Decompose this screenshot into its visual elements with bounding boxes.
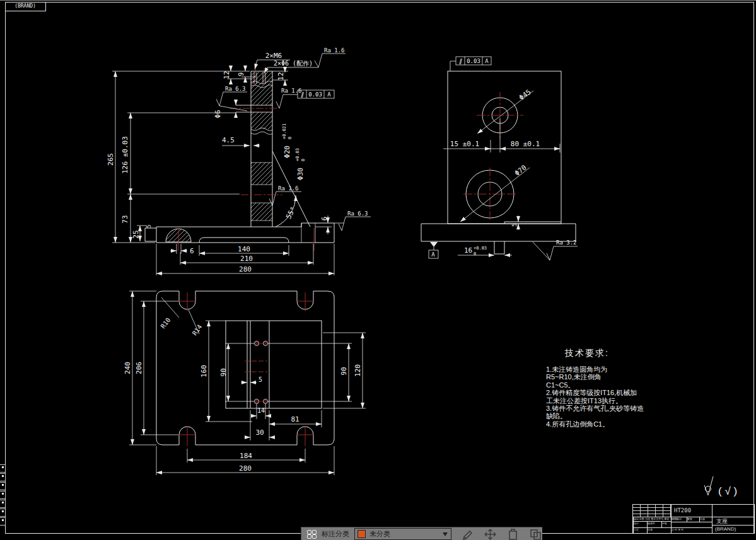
copy-icon[interactable] [507,529,519,540]
left-toolbar-icon[interactable] [0,464,6,473]
dim: 81 [291,415,299,423]
left-toolbar-icon[interactable] [0,500,6,508]
drawing-number-cell: (BRAND) [712,525,754,533]
dim-tol-upper: +0.03 [474,246,487,251]
category-dropdown-value: 未分类 [369,529,390,539]
dim: 55° [284,205,298,221]
dim: 280 [239,265,252,273]
left-toolbar-icon[interactable] [0,517,6,526]
dim: Φ30 [296,168,305,180]
tech-req-line: 缺陷。 [546,412,666,420]
dim: 126 ±0.03 [121,136,129,174]
left-toolbar-icon[interactable] [0,491,6,499]
dim-tol-lower: 0 [301,159,306,161]
technical-requirements: 技术要求: 1.未注铸造圆角均为 R5~R10,未注倒角 C1~C5。 2.铸件… [546,348,666,428]
surface-rest-symbol [704,476,713,495]
ra-label: Ra 6.3 [347,210,368,217]
side-view-linework [421,71,576,254]
stage-label: 阶段标记 [671,517,687,522]
dim: 30 [255,428,264,437]
tech-req-title: 技术要求: [565,348,666,359]
surface-rest-note: ( √ ) [718,485,737,497]
annotation-toolbar: 标注分类 未分类 [301,527,542,540]
window-top-edge [0,0,756,1]
paste-icon[interactable] [530,529,542,540]
thread-note: 2×M6 [265,52,282,60]
front-view-linework [145,71,334,243]
dim: 80 ±0.1 [511,140,540,148]
revision-grid [633,505,671,517]
stage-cells [671,522,712,527]
ra-label: Ra 6.3 [225,86,246,92]
drawing-frame-left [5,2,6,533]
tech-req-line: 2.铸件精度等级按IT16,机械加 [546,389,666,396]
tech-req-line: R5~R10,未注倒角 [546,373,666,381]
dim: 160 [200,365,208,377]
tech-req-line: 工未注公差按IT13执行。 [546,397,666,405]
ra-label: Ra 1.6 [324,47,345,54]
category-dropdown[interactable]: 未分类 [354,528,451,540]
ra-label: Ra 1.6 [278,185,299,192]
standardize-label: 标准化 [647,521,661,527]
process-label: 工艺 [633,527,647,533]
tol-datum: A [485,58,489,64]
dim: Φ70 [513,163,528,177]
dim: 15 ±0.1 [450,140,479,148]
sheet-label: 共 张 第 张 [671,527,712,533]
tech-req-line: 3.铸件不允许有气孔,夹砂等铸造 [546,405,666,412]
weight-label: 重量 [687,517,699,522]
dim: 6 [190,247,194,255]
check-label: 审核 [661,521,671,527]
front-view-centerlines [178,68,314,251]
dim-tol-upper: +0.03 [295,148,300,161]
tech-req-line: 1.未注铸造圆角均为 [546,365,666,373]
dim: 5 [146,224,152,227]
dim: 12 [277,72,285,80]
dim: 6 [320,217,329,221]
dim: 14 [257,407,265,414]
tol-value: 0.03 [308,91,322,98]
left-toolbar-icon[interactable] [0,482,6,490]
dimension-texts: 2×M6 2×Φ6 (配作) Ra 1.6 Ra 6.3 Ra 1.6 ∥ 0.… [107,47,737,497]
ra-label: Ra 3.2 [556,239,577,246]
category-label: 标注分类 [322,529,349,539]
dim: Φ20 [283,146,291,158]
dim: 5 [259,376,262,383]
scale-label: 比例 [699,517,712,522]
left-toolbar-icon[interactable] [0,473,6,481]
part-name-cell: 支座 [712,517,754,525]
move-icon[interactable] [484,529,496,540]
drawing-canvas[interactable]: 2×M6 2×Φ6 (配作) Ra 1.6 Ra 6.3 Ra 1.6 ∥ 0.… [0,0,756,540]
design-label: 设计 [633,521,647,527]
category-grid-icon[interactable] [307,530,317,538]
chevron-down-icon[interactable] [443,532,448,536]
category-color-swatch [358,530,366,538]
dim: 25 [132,230,140,238]
drawing-frame-right [753,2,754,533]
dim: Φ6 [214,110,222,118]
company-cell [712,505,754,517]
dim: 9 [237,72,245,77]
dim: R14 [191,323,203,336]
tol-symbol: ∥ [459,58,463,64]
side-view-dimension-lines [429,57,578,260]
ra-label: Ra 1.6 [281,88,302,94]
tol-value: 0.03 [467,58,480,64]
cad-application-window: 2×M6 2×Φ6 (配作) Ra 1.6 Ra 6.3 Ra 1.6 ∥ 0.… [0,0,756,540]
side-view-centerlines [463,92,523,221]
dim: 16 [464,246,472,255]
tech-req-line: 4.所有孔边倒角C1。 [546,420,666,428]
drawing-frame-top [5,2,754,3]
dim: 4.5 [222,136,235,144]
dim-tol-upper: +0.021 [282,124,287,139]
edit-annotation-icon[interactable] [462,529,474,540]
dim: 210 [240,255,253,263]
left-toolbar-icon[interactable] [0,508,6,517]
dim: 90 [340,367,348,375]
dim: R10 [160,316,172,330]
dim: 5 [511,223,518,226]
tol-datum: A [327,91,331,98]
material-cell: HT200 [671,505,712,517]
approve-label: 批准 [647,527,671,533]
frame-corner-label: (BRAND) [5,2,46,11]
